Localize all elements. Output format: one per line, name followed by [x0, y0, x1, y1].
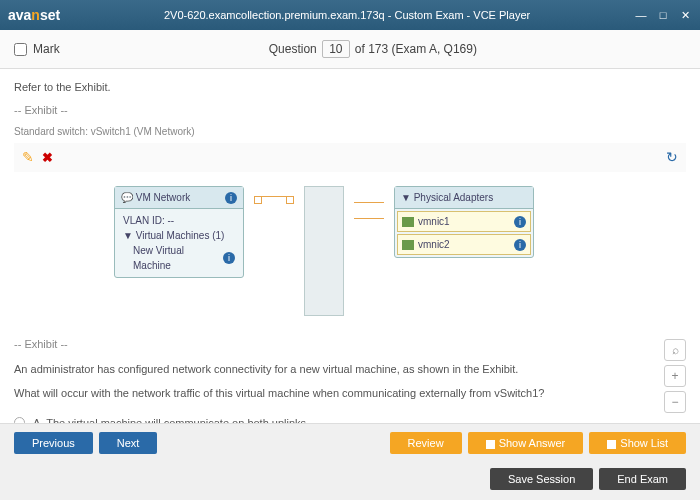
nic-row: vmnic2 i [397, 234, 531, 255]
answer-option[interactable]: A. The virtual machine will communicate … [14, 412, 686, 424]
question-number[interactable]: 10 [322, 40, 349, 58]
zoom-in-button[interactable]: + [664, 365, 686, 387]
show-list-label: Show List [620, 437, 668, 449]
question-counter: Question 10 of 173 (Exam A, Q169) [60, 40, 686, 58]
nic-name: vmnic1 [418, 214, 450, 229]
vm-network-title: VM Network [136, 190, 190, 205]
vm-count: ▼ Virtual Machines (1) [123, 228, 235, 243]
end-exam-button[interactable]: End Exam [599, 468, 686, 490]
mark-checkbox[interactable] [14, 43, 27, 56]
save-session-button[interactable]: Save Session [490, 468, 593, 490]
nic-icon [402, 217, 414, 227]
vm-network-panel: 💬 VM Network i VLAN ID: -- ▼ Virtual Mac… [114, 186, 244, 278]
connector-left [254, 186, 294, 316]
question-header: Mark Question 10 of 173 (Exam A, Q169) [0, 30, 700, 69]
vm-network-body: VLAN ID: -- ▼ Virtual Machines (1) New V… [115, 209, 243, 277]
show-list-button[interactable]: Show List [589, 432, 686, 454]
zoom-out-button[interactable]: − [664, 391, 686, 413]
radio-icon[interactable] [14, 417, 25, 423]
show-answer-button[interactable]: Show Answer [468, 432, 584, 454]
window-title: 2V0-620.examcollection.premium.exam.173q… [60, 9, 634, 21]
network-diagram: 💬 VM Network i VLAN ID: -- ▼ Virtual Mac… [14, 172, 686, 330]
zoom-controls: ⌕ + − [664, 339, 686, 413]
mark-label: Mark [33, 42, 60, 56]
info-icon[interactable]: i [223, 252, 235, 264]
logo-n: n [31, 7, 40, 23]
refer-text: Refer to the Exhibit. [14, 79, 686, 96]
edit-icon[interactable]: ✎ [22, 147, 34, 168]
physical-adapters-header: ▼ Physical Adapters [395, 187, 533, 209]
zoom-reset-button[interactable]: ⌕ [664, 339, 686, 361]
logo-pre: ava [8, 7, 31, 23]
vm-name: New Virtual Machine [133, 243, 223, 273]
next-button[interactable]: Next [99, 432, 158, 454]
connector-right [354, 186, 384, 316]
answers-list: A. The virtual machine will communicate … [14, 412, 686, 424]
nic-row: vmnic1 i [397, 211, 531, 232]
delete-icon[interactable]: ✖ [42, 148, 53, 168]
content-area: Refer to the Exhibit. -- Exhibit -- Stan… [0, 69, 700, 423]
answer-text: A. The virtual machine will communicate … [33, 415, 306, 424]
nic-icon [402, 240, 414, 250]
app-window: avanset 2V0-620.examcollection.premium.e… [0, 0, 700, 500]
logo-post: set [40, 7, 60, 23]
minimize-icon[interactable]: — [634, 8, 648, 22]
info-icon[interactable]: i [514, 216, 526, 228]
previous-button[interactable]: Previous [14, 432, 93, 454]
show-answer-label: Show Answer [499, 437, 566, 449]
question-of: of 173 (Exam A, Q169) [355, 42, 477, 56]
close-icon[interactable]: ✕ [678, 8, 692, 22]
logo: avanset [8, 7, 60, 23]
titlebar: avanset 2V0-620.examcollection.premium.e… [0, 0, 700, 30]
bottom-bar: Save Session End Exam [0, 462, 700, 500]
info-icon[interactable]: i [225, 192, 237, 204]
exhibit-toolbar: ✎ ✖ ↻ [14, 143, 686, 172]
info-icon[interactable]: i [514, 239, 526, 251]
physical-adapters-title: ▼ Physical Adapters [401, 190, 493, 205]
vswitch-box [304, 186, 344, 316]
exhibit-close-label: -- Exhibit -- [14, 336, 686, 353]
question-line1: An administrator has configured network … [14, 361, 686, 378]
question-label: Question [269, 42, 317, 56]
maximize-icon[interactable]: □ [656, 8, 670, 22]
question-line2: What will occur with the network traffic… [14, 385, 686, 402]
review-button[interactable]: Review [390, 432, 462, 454]
switch-label: Standard switch: vSwitch1 (VM Network) [14, 124, 686, 139]
window-controls: — □ ✕ [634, 8, 692, 22]
vlan-id: VLAN ID: -- [123, 213, 235, 228]
exhibit-open-label: -- Exhibit -- [14, 102, 686, 119]
refresh-icon[interactable]: ↻ [666, 147, 678, 168]
nic-name: vmnic2 [418, 237, 450, 252]
vm-network-header: 💬 VM Network i [115, 187, 243, 209]
nav-bar: Previous Next Review Show Answer Show Li… [0, 423, 700, 462]
physical-adapters-panel: ▼ Physical Adapters vmnic1 i vmnic2 i [394, 186, 534, 258]
